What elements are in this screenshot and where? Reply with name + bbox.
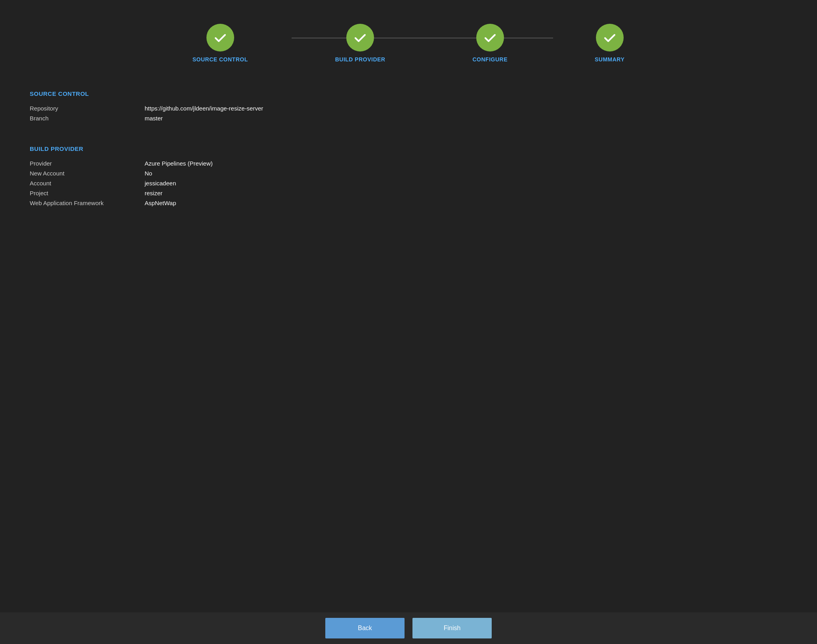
content-area: SOURCE CONTROL Repository https://github… — [0, 78, 817, 206]
project-value: resizer — [145, 190, 162, 196]
step-label-build-provider: BUILD PROVIDER — [335, 56, 386, 63]
step-circle-build-provider — [346, 24, 374, 51]
step-label-source-control: SOURCE CONTROL — [193, 56, 248, 63]
build-provider-table: Provider Azure Pipelines (Preview) New A… — [30, 160, 787, 206]
build-provider-section-title: BUILD PROVIDER — [30, 145, 787, 152]
footer: Back Finish — [0, 612, 817, 644]
provider-value: Azure Pipelines (Preview) — [145, 160, 213, 167]
provider-label: Provider — [30, 160, 145, 167]
repository-label: Repository — [30, 105, 145, 112]
checkmark-icon — [213, 30, 227, 45]
back-button[interactable]: Back — [325, 618, 405, 638]
step-summary: SUMMARY — [595, 24, 624, 63]
step-source-control: SOURCE CONTROL — [193, 24, 248, 63]
step-circle-source-control — [206, 24, 234, 51]
stepper: SOURCE CONTROL BUILD PROVIDER — [0, 16, 817, 78]
checkmark-icon-2 — [353, 30, 367, 45]
web-app-framework-row: Web Application Framework AspNetWap — [30, 200, 787, 206]
finish-button[interactable]: Finish — [412, 618, 492, 638]
account-value: jessicadeen — [145, 180, 176, 187]
account-row: Account jessicadeen — [30, 180, 787, 187]
new-account-row: New Account No — [30, 170, 787, 177]
checkmark-icon-4 — [603, 30, 617, 45]
project-row: Project resizer — [30, 190, 787, 196]
wizard-container: SOURCE CONTROL BUILD PROVIDER — [0, 0, 817, 206]
source-control-section-title: SOURCE CONTROL — [30, 90, 787, 97]
checkmark-icon-3 — [483, 30, 497, 45]
web-app-framework-label: Web Application Framework — [30, 200, 145, 206]
source-control-table: Repository https://github.com/jldeen/ima… — [30, 105, 787, 122]
account-label: Account — [30, 180, 145, 187]
branch-value: master — [145, 115, 163, 122]
repository-value: https://github.com/jldeen/image-resize-s… — [145, 105, 263, 112]
section-divider — [30, 133, 787, 145]
step-circle-summary — [596, 24, 624, 51]
branch-label: Branch — [30, 115, 145, 122]
project-label: Project — [30, 190, 145, 196]
branch-row: Branch master — [30, 115, 787, 122]
step-label-configure: CONFIGURE — [472, 56, 508, 63]
step-configure: CONFIGURE — [472, 24, 508, 63]
web-app-framework-value: AspNetWap — [145, 200, 176, 206]
provider-row: Provider Azure Pipelines (Preview) — [30, 160, 787, 167]
repository-row: Repository https://github.com/jldeen/ima… — [30, 105, 787, 112]
step-label-summary: SUMMARY — [595, 56, 624, 63]
new-account-label: New Account — [30, 170, 145, 177]
step-circle-configure — [476, 24, 504, 51]
step-build-provider: BUILD PROVIDER — [335, 24, 386, 63]
new-account-value: No — [145, 170, 152, 177]
